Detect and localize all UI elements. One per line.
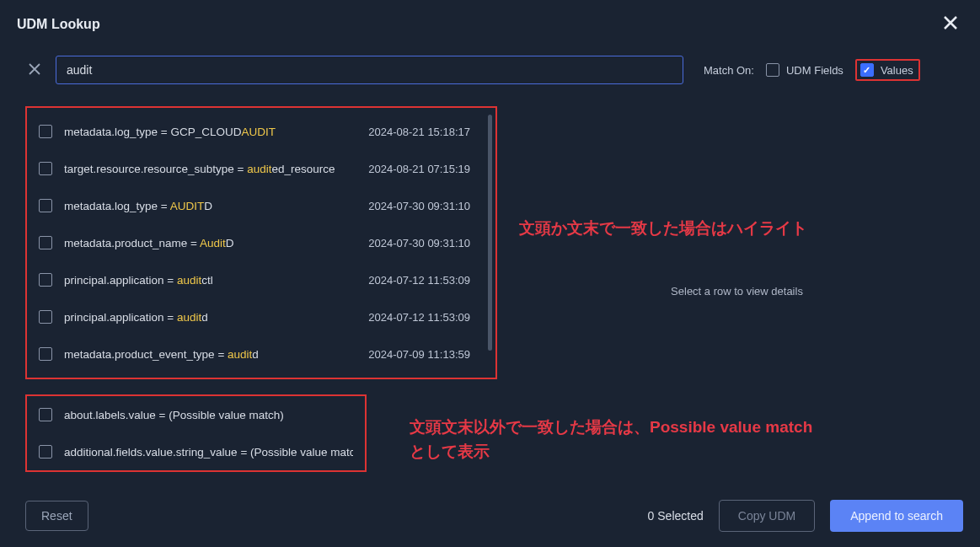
result-row[interactable]: target.resource.resource_subtype = audit… <box>27 150 495 187</box>
result-text: principal.application = auditctl <box>64 274 356 287</box>
values-label: Values <box>881 64 913 77</box>
result-text: target.resource.resource_subtype = audit… <box>64 163 356 175</box>
search-row: Match On: UDM Fields Values <box>0 46 980 91</box>
udm-lookup-dialog: UDM Lookup Match On: UDM Fields Values m… <box>0 0 980 547</box>
result-row[interactable]: principal.application = auditctl 2024-07… <box>27 261 495 298</box>
result-time: 2024-07-30 09:31:10 <box>368 237 484 249</box>
close-button[interactable] <box>938 12 963 37</box>
clear-icon <box>29 63 40 75</box>
append-to-search-button[interactable]: Append to search <box>830 500 963 532</box>
row-checkbox[interactable] <box>39 347 52 361</box>
row-checkbox[interactable] <box>39 199 52 212</box>
search-input[interactable] <box>56 56 683 84</box>
result-row[interactable]: metadata.product_event_type = auditd 202… <box>27 335 495 373</box>
dialog-footer: Reset 0 Selected Copy UDM Append to sear… <box>0 488 980 547</box>
udm-fields-checkbox-group[interactable]: UDM Fields <box>766 63 843 77</box>
match-on-label: Match On: <box>704 64 754 77</box>
details-pane: 文頭か文末で一致した場合はハイライト Select a row to view … <box>511 106 963 488</box>
copy-udm-button[interactable]: Copy UDM <box>719 500 815 532</box>
row-checkbox[interactable] <box>39 162 52 175</box>
results-group-possible: about.labels.value = (Possible value mat… <box>25 394 367 472</box>
result-row[interactable]: about.labels.value = (Possible value mat… <box>27 396 365 433</box>
values-checkbox[interactable] <box>860 63 874 77</box>
result-time: 2024-07-09 11:13:59 <box>368 348 484 361</box>
dialog-title: UDM Lookup <box>17 17 100 32</box>
reset-button[interactable]: Reset <box>25 501 88 531</box>
result-text: metadata.log_type = GCP_CLOUDAUDIT <box>64 126 356 138</box>
result-text: principal.application = auditd <box>64 311 356 324</box>
row-checkbox[interactable] <box>39 408 52 421</box>
result-text: about.labels.value = (Possible value mat… <box>64 409 353 421</box>
result-row[interactable]: metadata.log_type = AUDITD 2024-07-30 09… <box>27 187 495 224</box>
close-icon <box>943 15 958 30</box>
result-text: metadata.product_name = AuditD <box>64 237 356 249</box>
row-checkbox[interactable] <box>39 273 52 287</box>
result-time: 2024-07-12 11:53:09 <box>368 311 484 324</box>
result-row[interactable]: additional.fields.value.string_value = (… <box>27 433 365 470</box>
udm-fields-label: UDM Fields <box>786 64 843 77</box>
result-text: metadata.log_type = AUDITD <box>64 200 356 212</box>
dialog-header: UDM Lookup <box>0 0 980 46</box>
annotation-highlight: 文頭か文末で一致した場合はハイライト <box>519 217 963 239</box>
row-checkbox[interactable] <box>39 125 52 138</box>
row-checkbox[interactable] <box>39 310 52 324</box>
row-checkbox[interactable] <box>39 236 52 249</box>
result-time: 2024-08-21 15:18:17 <box>368 126 484 138</box>
results-group-highlighted: metadata.log_type = GCP_CLOUDAUDIT 2024-… <box>25 106 497 379</box>
result-time: 2024-08-21 07:15:19 <box>368 163 484 175</box>
result-row[interactable]: principal.application = auditd 2024-07-1… <box>27 298 495 335</box>
result-row[interactable]: metadata.log_type = GCP_CLOUDAUDIT 2024-… <box>27 113 495 150</box>
annotation-possible: 文頭文末以外で一致した場合は、Possible value match として表… <box>410 416 963 464</box>
result-time: 2024-07-12 11:53:09 <box>368 274 484 287</box>
details-hint: Select a row to view details <box>511 285 963 298</box>
values-checkbox-group[interactable]: Values <box>855 59 920 81</box>
selected-count: 0 Selected <box>648 509 704 523</box>
row-checkbox[interactable] <box>39 445 52 459</box>
result-row[interactable]: metadata.product_name = AuditD 2024-07-3… <box>27 224 495 261</box>
result-time: 2024-07-30 09:31:10 <box>368 200 484 212</box>
footer-right: 0 Selected Copy UDM Append to search <box>648 500 963 532</box>
result-text: additional.fields.value.string_value = (… <box>64 446 353 459</box>
result-text: metadata.product_event_type = auditd <box>64 348 356 361</box>
dialog-body: metadata.log_type = GCP_CLOUDAUDIT 2024-… <box>0 91 980 488</box>
udm-fields-checkbox[interactable] <box>766 63 779 77</box>
clear-search-button[interactable] <box>25 62 44 79</box>
